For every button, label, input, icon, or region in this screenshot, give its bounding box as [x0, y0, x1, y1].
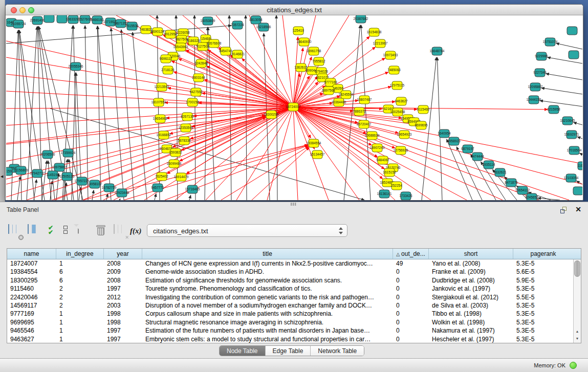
graph-node-label: 15716485: [185, 187, 200, 191]
network-canvas[interactable]: 1872400774638228690124991295422260589827…: [6, 15, 582, 200]
graph-edge: [97, 26, 101, 200]
table-cell: 1: [56, 310, 104, 318]
graph-node-label: 18107553: [151, 100, 166, 104]
graph-node-label: 18640910: [297, 40, 312, 43]
table-row[interactable]: 1938455462009Genome-wide association stu…: [7, 268, 573, 276]
table-cell: 0: [393, 310, 429, 318]
graph-edge: [293, 100, 358, 107]
table-selector-dropdown[interactable]: citations_edges.txt: [147, 224, 347, 237]
column-header-pagerank[interactable]: pagerank: [513, 249, 573, 259]
table-cell: Corpus callosum shape and size in male p…: [142, 310, 393, 318]
memory-status-icon[interactable]: [570, 362, 577, 369]
graph-node-label: 19146821: [230, 52, 245, 56]
tab-node-table[interactable]: Node Table: [220, 346, 266, 356]
table-row[interactable]: 1456911722003Disruption of a novel membe…: [7, 301, 573, 310]
graph-edge: [574, 122, 582, 125]
graph-node-label: 12975115: [390, 83, 405, 87]
table-cell: Genome-wide association studies in ADHD.: [142, 268, 393, 276]
scrollbar-thumb[interactable]: [574, 260, 580, 277]
column-header-name[interactable]: name: [7, 249, 56, 259]
table-cell: 5.3E-5: [513, 310, 573, 318]
graph-node-label: 125419: [293, 29, 304, 32]
graph-node-label: 12505135: [60, 174, 75, 178]
graph-edge: [6, 107, 293, 108]
table-cell: Dudbridge et al. (2008): [429, 276, 513, 285]
table-settings-icon[interactable]: [8, 225, 21, 238]
table-scrollbar[interactable]: ▲ ▼: [573, 259, 581, 343]
new-table-icon[interactable]: [78, 225, 91, 238]
citation-network-graph[interactable]: 1872400774638228690124991295422260589827…: [6, 15, 582, 200]
graph-node-label: 12103054: [564, 176, 579, 180]
table-row[interactable]: 2242004622012Investigating the contribut…: [7, 293, 573, 301]
graph-edge: [73, 26, 78, 200]
column-header-year[interactable]: year: [104, 249, 142, 259]
graph-node-label: 12353594: [179, 126, 193, 129]
tab-network-table[interactable]: Network Table: [311, 346, 364, 356]
graph-node-label: 9127508: [196, 45, 209, 48]
graph-node-label: 10975867: [52, 165, 67, 169]
tab-edge-table[interactable]: Edge Table: [266, 346, 311, 356]
graph-node[interactable]: [569, 51, 579, 59]
table-cell: 2: [56, 293, 104, 301]
graph-node-label: 7886372: [353, 110, 366, 113]
table-row[interactable]: 911546021997Tourette syndrome. Phenomeno…: [7, 285, 573, 293]
column-header-short[interactable]: short: [429, 249, 513, 259]
column-header-title[interactable]: title: [142, 249, 393, 259]
graph-node-label: 39159: [6, 169, 12, 173]
graph-node-label: 14136141: [377, 192, 392, 195]
table-cell: Investigating the contribution of common…: [142, 293, 393, 301]
scroll-down-icon[interactable]: ▼: [574, 335, 581, 342]
table-row[interactable]: 946362711997Embryonic stem cells: a mode…: [7, 335, 573, 343]
table-row[interactable]: 1872400712008Changes of HCN gene express…: [7, 259, 573, 268]
graph-node-label: 17359924: [61, 151, 76, 155]
graph-node-label: 9696117: [160, 57, 172, 60]
column-header-in-degree[interactable]: in_degree: [56, 249, 104, 259]
table-cell: Disruption of a novel member of a sodium…: [142, 301, 393, 310]
graph-node-label: 20206506: [40, 152, 55, 156]
delete-table-icon[interactable]: [96, 225, 110, 238]
table-cell: de Silva et al. (2003): [429, 301, 513, 310]
column-header-out-degree[interactable]: △out_de...: [393, 249, 429, 259]
graph-node-label: 12095867: [528, 85, 543, 89]
graph-node-label: 8958923: [447, 139, 461, 143]
graph-edge: [205, 27, 208, 200]
table-cell: 6: [56, 268, 104, 276]
graph-node-label: 19654923: [397, 133, 412, 136]
graph-node[interactable]: [573, 187, 582, 195]
collapse-arrow-icon[interactable]: ◀: [1, 174, 3, 179]
select-rows-icon[interactable]: ✔✔: [48, 226, 61, 239]
graph-node-label: 9827508: [175, 37, 188, 41]
graph-node-label: 1527602: [78, 17, 92, 21]
graph-node-label: 20387682: [354, 17, 368, 20]
graph-node[interactable]: [567, 27, 577, 35]
window-titlebar[interactable]: citations_edges.txt: [6, 5, 583, 15]
graph-node-label: 9463627: [395, 99, 408, 103]
graph-edge: [155, 194, 156, 200]
function-builder-icon[interactable]: f(x): [130, 227, 143, 240]
table-row[interactable]: 969969511998Structural magnetic resonanc…: [7, 318, 573, 326]
float-panel-icon[interactable]: [560, 207, 568, 213]
scroll-up-icon[interactable]: ▲: [574, 328, 581, 335]
graph-node[interactable]: [44, 15, 54, 23]
table-cell: 5.3E-5: [513, 285, 573, 293]
graph-node-label: 9699695: [415, 123, 428, 127]
graph-node-label: 9229986: [535, 54, 548, 58]
control-panel-splitter[interactable]: ◀: [0, 0, 5, 202]
table-cell: 0: [393, 293, 429, 301]
close-panel-icon[interactable]: ✕: [575, 205, 581, 213]
table-row[interactable]: 977716911998Corpus callosum shape and si…: [7, 310, 573, 318]
table-cell: 1998: [104, 310, 142, 318]
graph-node-label: 2935114: [483, 163, 495, 166]
network-view-window[interactable]: citations_edges.txt 18724007746382286901…: [5, 4, 583, 201]
graph-edge: [98, 26, 111, 200]
show-columns-icon[interactable]: [28, 225, 41, 238]
table-row[interactable]: 946554611997Estimation of the future num…: [7, 326, 573, 335]
graph-node-label: 15751074: [543, 40, 558, 43]
graph-edge: [106, 194, 108, 200]
graph-node-label: 10807487: [357, 98, 372, 101]
graph-node-label: 16543963: [173, 45, 188, 49]
graph-edge: [189, 195, 191, 200]
status-bar: Memory: OK: [0, 358, 588, 372]
table-cell: 18724007: [7, 259, 56, 268]
table-row[interactable]: 1830029562008Estimation of significance …: [7, 276, 573, 285]
